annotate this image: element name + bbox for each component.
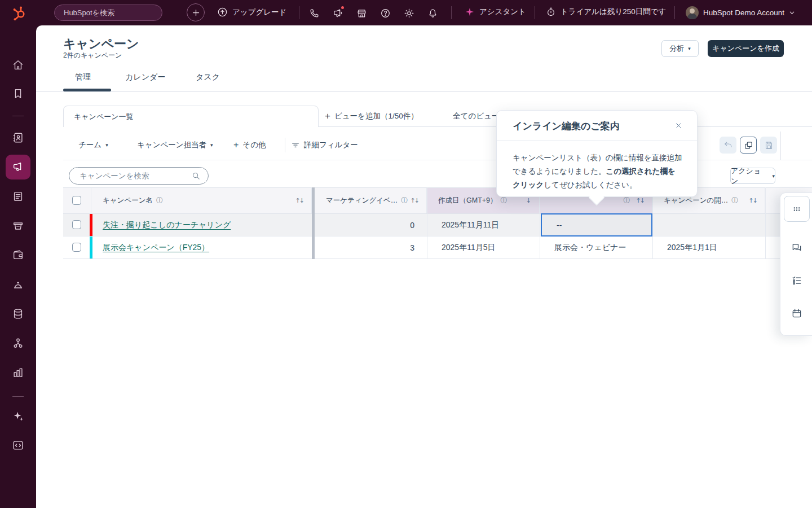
megaphone-updates-icon[interactable] <box>332 7 344 19</box>
create-campaign-button[interactable]: キャンペーンを作成 <box>708 40 784 57</box>
sidebar-item-bookmarks[interactable] <box>6 81 30 106</box>
sidebar-item-marketing[interactable] <box>6 155 30 179</box>
divider <box>451 6 452 19</box>
account-menu[interactable]: HubSpot Demo Account <box>686 6 795 19</box>
info-icon: ⓘ <box>156 196 163 205</box>
filter-more[interactable]: +その他 <box>233 140 266 150</box>
contacts-icon <box>12 132 24 144</box>
caret-down-icon: ▾ <box>105 142 108 148</box>
sort-icon[interactable]: ↑↓ <box>636 197 644 204</box>
comments-button[interactable] <box>785 236 809 260</box>
help-icon[interactable] <box>379 7 391 19</box>
actions-button[interactable]: アクション▾ <box>730 168 775 184</box>
campaign-type-cell: 展示会・ウェビナー <box>540 237 652 259</box>
view-tab-campaign-list[interactable]: キャンペーン一覧 <box>63 106 319 127</box>
sorted-desc-icon[interactable]: ↓ <box>526 197 531 204</box>
bookmark-icon <box>12 87 24 100</box>
campaign-count: 2件のキャンペーン <box>63 51 122 60</box>
info-icon: ⓘ <box>731 196 738 205</box>
sort-icon[interactable]: ↑↓ <box>411 197 418 204</box>
column-header-marketing-events[interactable]: マーケティングイベ…ⓘ ↑↓ <box>315 188 427 213</box>
copy-icon <box>744 141 753 150</box>
divider <box>285 138 285 152</box>
main-content <box>36 25 812 508</box>
sidebar-item-reporting[interactable] <box>6 360 30 385</box>
sidebar-item-service[interactable] <box>6 272 30 297</box>
task-list-icon <box>791 275 802 286</box>
divider <box>497 141 697 141</box>
advanced-filters-button[interactable]: 詳細フィルター <box>291 140 358 150</box>
caret-down-icon: ▾ <box>210 142 213 148</box>
copy-button[interactable] <box>740 137 757 154</box>
global-search[interactable] <box>54 5 162 21</box>
global-search-input[interactable] <box>64 8 163 17</box>
sidebar-item-automations[interactable] <box>6 331 30 356</box>
info-icon: ⓘ <box>401 196 408 205</box>
upgrade-icon <box>217 7 228 17</box>
sidebar-item-content[interactable] <box>6 184 30 209</box>
tab-tasks[interactable]: タスク <box>196 72 220 82</box>
sort-icon[interactable]: ↑↓ <box>295 197 303 204</box>
calling-icon[interactable] <box>308 7 320 19</box>
undo-button[interactable] <box>720 137 736 154</box>
start-date-cell: 2025年1月1日 <box>652 237 765 259</box>
campaign-search-input[interactable] <box>80 172 192 180</box>
select-all-checkbox[interactable] <box>72 196 81 205</box>
campaign-link[interactable]: 失注・掘り起こしのナーチャリング <box>103 220 231 230</box>
plus-icon: + <box>233 140 239 150</box>
column-header-campaign-name[interactable]: キャンペーン名ⓘ ↑↓ <box>91 188 312 213</box>
divider <box>540 187 540 259</box>
upgrade-button[interactable]: アップグレード <box>217 7 286 17</box>
divider <box>63 259 812 259</box>
six-dot-grid-icon <box>791 203 802 214</box>
sidebar-item-commerce[interactable] <box>6 213 30 238</box>
sidebar-item-payments[interactable] <box>6 243 30 268</box>
hubspot-logo-icon[interactable] <box>11 5 27 21</box>
workflow-icon <box>12 337 24 349</box>
wallet-icon <box>12 249 24 261</box>
sidebar-divider <box>12 116 24 116</box>
divider <box>427 187 427 259</box>
row-checkbox[interactable] <box>72 243 81 252</box>
campaign-link[interactable]: 展示会キャンペーン（FY25） <box>103 243 209 253</box>
calendar-icon <box>791 308 802 319</box>
popup-body: キャンペーンリスト（表）の欄に情報を直接追加できるようになりました。この選択され… <box>513 151 683 192</box>
settings-gear-icon[interactable] <box>403 7 415 19</box>
popup-title: インライン編集のご案内 <box>513 120 620 133</box>
created-date-cell: 2025年11月11日 <box>427 214 540 236</box>
close-icon[interactable] <box>672 119 685 132</box>
events-cell: 0 <box>315 214 427 236</box>
assistant-button[interactable]: アシスタント <box>465 7 526 17</box>
quick-create-button[interactable] <box>187 3 205 21</box>
all-views-button[interactable]: 全てのビュー <box>453 111 499 121</box>
right-tools-panel <box>780 192 812 336</box>
tab-calendar[interactable]: カレンダー <box>125 72 165 82</box>
sidebar-item-breeze-ai[interactable] <box>6 404 30 428</box>
row-checkbox[interactable] <box>72 220 81 229</box>
column-resize-handle[interactable] <box>312 187 315 259</box>
campaign-search[interactable] <box>69 167 209 185</box>
marketplace-icon[interactable] <box>355 7 368 19</box>
tab-manage[interactable]: 管理 <box>75 72 91 82</box>
trial-status[interactable]: トライアルは残り250日間です <box>546 7 666 17</box>
sidebar-item-home[interactable] <box>6 52 30 77</box>
save-view-button[interactable] <box>760 137 777 154</box>
add-view-button[interactable]: + ビューを追加（1/50件） <box>325 111 418 122</box>
sidebar-item-crm[interactable] <box>6 125 30 150</box>
notifications-bell-icon[interactable] <box>426 7 439 19</box>
selected-inline-edit-cell[interactable]: -- <box>541 213 652 237</box>
sidebar-item-data[interactable] <box>6 301 30 326</box>
hubspot-app: アップグレード アシスタント トライアルは残り2 <box>0 0 812 508</box>
divider <box>299 6 299 19</box>
sort-icon[interactable]: ↑↓ <box>749 197 757 204</box>
sidebar-item-developer[interactable] <box>6 433 30 458</box>
basket-icon <box>12 220 24 232</box>
notification-badge <box>340 5 345 10</box>
drag-handle-button[interactable] <box>784 196 810 222</box>
divider <box>36 91 812 92</box>
filter-owner[interactable]: キャンペーン担当者▾ <box>137 140 213 150</box>
filter-team[interactable]: チーム▾ <box>78 140 108 150</box>
tasks-button[interactable] <box>785 269 809 292</box>
calendar-button[interactable] <box>785 301 809 325</box>
analyze-button[interactable]: 分析▾ <box>661 40 699 57</box>
